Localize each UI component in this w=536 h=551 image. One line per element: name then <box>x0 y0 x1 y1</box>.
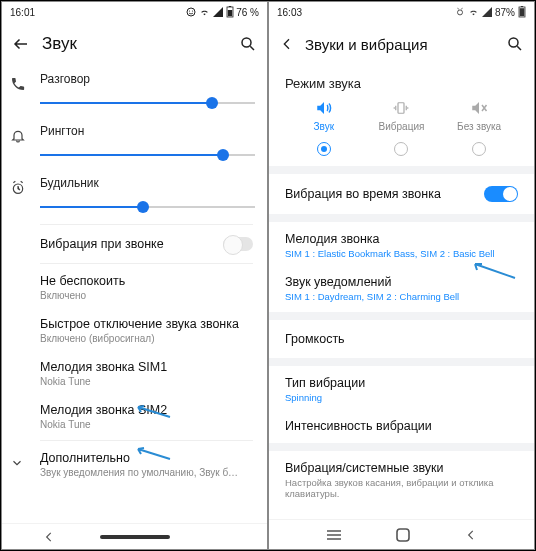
advanced-item[interactable]: Дополнительно Звук уведомления по умолча… <box>2 443 267 486</box>
nav-back-icon[interactable] <box>464 528 478 542</box>
dnd-item[interactable]: Не беспокоить Включено <box>2 266 267 309</box>
speaker-icon <box>314 99 334 117</box>
bell-icon <box>10 128 26 144</box>
signal-icon <box>482 7 492 17</box>
svg-point-6 <box>242 38 251 47</box>
svg-rect-11 <box>521 6 523 7</box>
chevron-down-icon <box>10 456 24 470</box>
quick-mute-item[interactable]: Быстрое отключение звука звонка Включено… <box>2 309 267 352</box>
vibrate-switch[interactable] <box>223 237 253 251</box>
status-bar: 16:01 76 % <box>2 2 267 22</box>
alarm-label: Будильник <box>40 176 255 190</box>
back-icon[interactable] <box>12 35 30 53</box>
phone-icon <box>10 76 26 92</box>
nav-bar <box>2 523 267 549</box>
content: Режим звука Звук Вибрация Без звука <box>269 66 534 519</box>
vibrate-ring-switch[interactable] <box>484 186 518 202</box>
ring-label: Рингтон <box>40 124 255 138</box>
mode-vibrate[interactable]: Вибрация <box>371 99 431 132</box>
vibrate-label: Вибрация при звонке <box>40 237 223 251</box>
mode-title: Режим звука <box>269 66 534 99</box>
ring-slider[interactable] <box>40 146 255 164</box>
search-icon[interactable] <box>239 35 257 53</box>
mode-silent[interactable]: Без звука <box>449 99 509 132</box>
header: Звуки и вибрация <box>269 22 534 66</box>
header: Звук <box>2 22 267 66</box>
svg-point-8 <box>457 10 462 15</box>
time-label: 16:01 <box>10 7 35 18</box>
radio-silent[interactable] <box>472 142 486 156</box>
battery-label: 87% <box>495 7 515 18</box>
svg-point-2 <box>192 10 193 11</box>
svg-rect-13 <box>398 103 404 114</box>
nav-home-icon[interactable] <box>395 527 411 543</box>
nav-back-icon[interactable] <box>42 530 56 544</box>
svg-rect-10 <box>520 8 525 16</box>
battery-label: 76 % <box>236 7 259 18</box>
signal-icon <box>213 7 223 17</box>
nav-recents-icon[interactable] <box>325 528 343 542</box>
right-phone: 16:03 87% Звуки и вибрация Режим звука З… <box>268 1 535 550</box>
vibrate-icon <box>391 99 411 117</box>
alarm-icon <box>10 180 26 196</box>
smiley-icon <box>186 7 196 17</box>
nav-home[interactable] <box>100 535 170 539</box>
talk-label: Разговор <box>40 72 255 86</box>
back-icon[interactable] <box>279 36 295 52</box>
slider-alarm: Будильник <box>2 170 267 222</box>
status-bar: 16:03 87% <box>269 2 534 22</box>
mode-sound[interactable]: Звук <box>294 99 354 132</box>
svg-point-1 <box>189 10 190 11</box>
notif-row[interactable]: Звук уведомлений SIM 1 : Daydream, SIM 2… <box>269 267 534 312</box>
svg-point-0 <box>187 8 195 16</box>
content: Разговор Рингтон Будильник <box>2 66 267 523</box>
page-title: Звук <box>42 34 239 54</box>
wifi-icon <box>468 7 479 17</box>
svg-rect-4 <box>228 10 232 16</box>
wifi-icon <box>199 7 210 17</box>
radio-row <box>269 138 534 166</box>
time-label: 16:03 <box>277 7 302 18</box>
ringtone-sim2-item[interactable]: Мелодия звонка SIM2 Nokia Tune <box>2 395 267 438</box>
svg-rect-14 <box>397 529 409 541</box>
search-icon[interactable] <box>506 35 524 53</box>
alarm-slider[interactable] <box>40 198 255 216</box>
slider-talk: Разговор <box>2 66 267 118</box>
vibrate-on-call[interactable]: Вибрация при звонке <box>2 227 267 261</box>
vib-type-row[interactable]: Тип вибрации Spinning <box>269 366 534 411</box>
vib-int-row[interactable]: Интенсивность вибрации <box>269 411 534 443</box>
mode-row: Звук Вибрация Без звука <box>269 99 534 138</box>
battery-icon <box>518 6 526 18</box>
talk-slider[interactable] <box>40 94 255 112</box>
page-title: Звуки и вибрация <box>305 36 506 53</box>
radio-sound[interactable] <box>317 142 331 156</box>
battery-icon <box>226 6 234 18</box>
ringtone-sim1-item[interactable]: Мелодия звонка SIM1 Nokia Tune <box>2 352 267 395</box>
radio-vibrate[interactable] <box>394 142 408 156</box>
vibrate-ring-row[interactable]: Вибрация во время звонка <box>269 174 534 214</box>
left-phone: 16:01 76 % Звук Разговор <box>1 1 268 550</box>
svg-rect-5 <box>229 6 231 7</box>
sys-sounds-row[interactable]: Вибрация/системные звуки Настройка звуко… <box>269 451 534 505</box>
svg-point-12 <box>509 38 518 47</box>
slider-ring: Рингтон <box>2 118 267 170</box>
volume-row[interactable]: Громкость <box>269 320 534 358</box>
mute-icon <box>469 99 489 117</box>
ringtone-row[interactable]: Мелодия звонка SIM 1 : Elastic Bookmark … <box>269 222 534 267</box>
nav-bar <box>269 519 534 549</box>
alarm-status-icon <box>455 7 465 17</box>
